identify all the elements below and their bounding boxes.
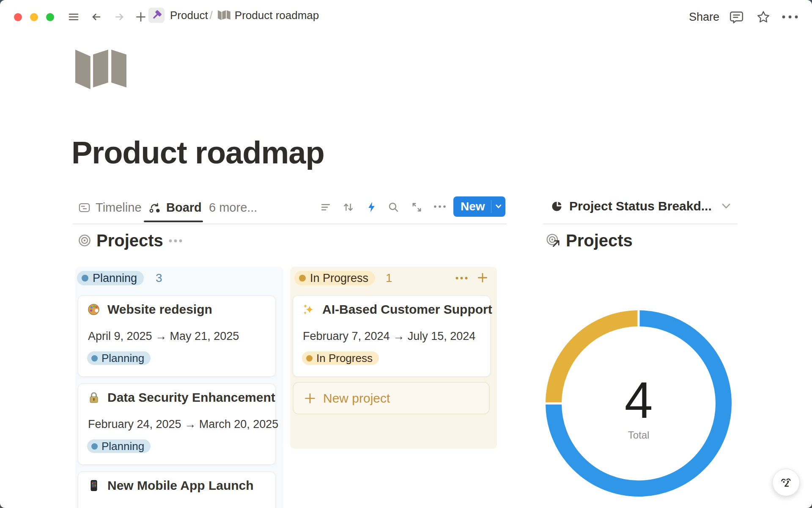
map-icon [75, 50, 127, 90]
column-count: 3 [156, 271, 162, 285]
column-add-button[interactable] [476, 271, 489, 284]
card-date-range: February 7, 2024 → July 15, 2024 [303, 330, 475, 343]
new-button[interactable]: New [453, 200, 485, 213]
filter-button[interactable] [319, 201, 332, 213]
board-section-icon [78, 234, 91, 247]
card-date-range: February 24, 2025 → March 20, 2025 [88, 418, 278, 431]
mobile-phone-emoji [88, 479, 100, 492]
chart-section-icon [546, 233, 561, 248]
ellipsis-icon [168, 239, 183, 243]
hamburger-icon [68, 11, 80, 23]
target-link-icon [546, 233, 561, 248]
map-page-icon [218, 10, 230, 21]
column-name: Planning [93, 272, 137, 285]
forward-arrow-icon [113, 11, 125, 23]
project-card[interactable]: Data Security Enhancement February 24, 2… [78, 384, 276, 465]
sidebar-menu-button[interactable] [68, 11, 80, 23]
notion-ai-button[interactable] [772, 469, 800, 496]
column-status-pill[interactable]: In Progress [294, 271, 375, 285]
card-status-badge: Planning [87, 439, 151, 453]
tab-more[interactable]: 6 more... [209, 201, 257, 215]
palette-emoji [88, 303, 100, 316]
search-icon [387, 201, 400, 213]
status-dot [91, 355, 98, 362]
automations-button[interactable] [365, 201, 378, 213]
app-window: Product / Product roadmap Share [0, 0, 812, 508]
new-project-label: New project [323, 391, 390, 406]
chart-total-label: Total [588, 429, 689, 441]
board-column-planning: Planning 3 Website redesign April 9, 202… [75, 267, 283, 508]
target-icon [78, 234, 91, 247]
column-header: Planning 3 [77, 271, 162, 285]
column-header: In Progress 1 [294, 271, 392, 285]
tab-board[interactable]: Board [149, 201, 202, 215]
back-button[interactable] [91, 11, 102, 23]
status-dot [91, 443, 98, 450]
card-status-label: Planning [102, 440, 144, 453]
status-dot [299, 275, 306, 282]
lightning-icon [365, 201, 378, 213]
column-status-pill[interactable]: Planning [77, 271, 144, 285]
forward-button[interactable] [113, 11, 125, 23]
chart-view-selector[interactable]: Project Status Breakd... [551, 199, 731, 213]
board-icon [149, 202, 161, 214]
plus-icon [304, 392, 316, 405]
card-title: Data Security Enhancement [107, 390, 275, 405]
tab-board-label: Board [166, 201, 202, 215]
board-section-more-button[interactable] [168, 239, 183, 243]
chart-view-title: Project Status Breakd... [569, 199, 712, 213]
panel-divider [543, 224, 738, 224]
board-section-title[interactable]: Projects [96, 231, 163, 250]
filter-icon [319, 201, 332, 213]
sort-button[interactable] [342, 201, 354, 213]
back-arrow-icon [91, 11, 102, 23]
window-controls [14, 13, 54, 21]
view-options-button[interactable] [433, 204, 446, 209]
status-dot [306, 355, 313, 362]
tab-timeline[interactable]: Timeline [78, 201, 142, 215]
new-split-button: New [453, 196, 505, 217]
breadcrumb-page[interactable]: Product roadmap [235, 9, 319, 22]
teamspace-icon-button[interactable] [148, 8, 165, 23]
status-dot [82, 275, 88, 282]
ellipsis-icon [433, 204, 446, 209]
card-title: New Mobile App Launch [107, 478, 254, 493]
board-column-in-progress: In Progress 1 AI [290, 267, 497, 449]
ellipsis-icon [781, 14, 799, 20]
column-more-button[interactable] [455, 276, 468, 280]
comments-button[interactable] [730, 10, 743, 24]
expand-icon [411, 201, 423, 213]
sparkles-emoji [302, 303, 315, 316]
project-card[interactable]: New Mobile App Launch May 1, 2025 → May … [78, 472, 276, 508]
card-title: AI-Based Customer Support [322, 302, 492, 317]
card-status-badge: Planning [87, 351, 151, 365]
chart-section-title[interactable]: Projects [566, 231, 633, 250]
hammer-icon [151, 10, 162, 21]
tab-more-label: 6 more... [209, 201, 257, 215]
card-date-range: May 1, 2025 → May 30, 2025 [88, 506, 238, 508]
new-tab-button[interactable] [134, 11, 147, 23]
minimize-button[interactable] [30, 13, 38, 21]
project-card[interactable]: Website redesign April 9, 2025 → May 21,… [78, 295, 276, 377]
plus-icon [134, 11, 147, 23]
chevron-down-icon [721, 202, 731, 210]
project-card[interactable]: AI-Based Customer Support February 7, 20… [293, 295, 491, 377]
zoom-button[interactable] [46, 13, 54, 21]
page-icon[interactable] [75, 50, 127, 90]
column-count: 1 [386, 271, 392, 285]
card-title: Website redesign [107, 302, 212, 317]
breadcrumb-space[interactable]: Product [170, 9, 208, 22]
expand-button[interactable] [411, 201, 423, 213]
breadcrumb-separator: / [208, 9, 214, 22]
close-button[interactable] [14, 13, 22, 21]
active-tab-underline [144, 221, 203, 222]
chevron-down-icon[interactable] [491, 203, 505, 210]
card-status-label: Planning [102, 352, 144, 365]
plus-icon [476, 271, 489, 284]
search-button[interactable] [387, 201, 400, 213]
more-options-button[interactable] [781, 14, 799, 20]
share-button[interactable]: Share [689, 11, 719, 24]
new-project-button[interactable]: New project [293, 382, 490, 414]
favorite-button[interactable] [757, 10, 770, 24]
ai-face-icon [779, 475, 794, 490]
